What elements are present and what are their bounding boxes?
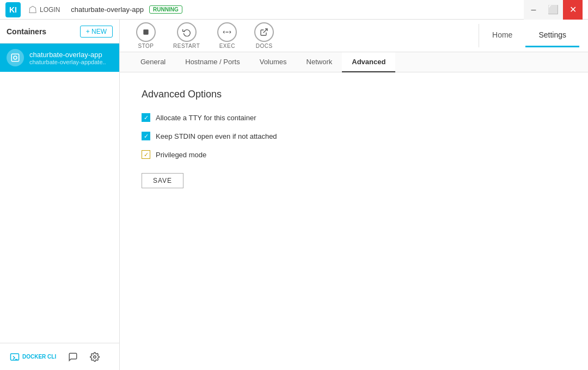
exec-icon xyxy=(217,22,237,42)
titlebar: KI ☖ LOGIN chaturbate-overlay-app RUNNIN… xyxy=(0,0,588,20)
chat-icon xyxy=(68,352,78,362)
window-controls: – ⬜ ✕ xyxy=(524,0,583,20)
container-sub: chaturbate-overlay-appdate.. xyxy=(29,59,106,65)
container-icon xyxy=(7,49,24,66)
new-container-button[interactable]: + NEW xyxy=(80,26,113,38)
close-button[interactable]: ✕ xyxy=(563,0,583,20)
gear-icon xyxy=(90,352,100,362)
toolbar: STOP RESTART xyxy=(120,20,588,52)
svg-rect-0 xyxy=(11,54,19,61)
container-text: chaturbate-overlay-app chaturbate-overla… xyxy=(29,51,106,65)
main-layout: Containers + NEW chaturbate-overlay-app … xyxy=(0,20,588,370)
tty-label: Allocate a TTY for this container xyxy=(156,114,256,122)
option-privileged: Privileged mode xyxy=(142,150,566,159)
content-area: STOP RESTART xyxy=(120,20,588,370)
sidebar-title: Containers xyxy=(7,27,46,36)
privileged-checkbox[interactable] xyxy=(142,150,150,159)
sidebar: Containers + NEW chaturbate-overlay-app … xyxy=(0,20,120,370)
tab-volumes[interactable]: Volumes xyxy=(250,52,297,72)
restart-label: RESTART xyxy=(173,43,200,49)
tab-settings[interactable]: Settings xyxy=(525,24,579,47)
stop-label: STOP xyxy=(138,43,154,49)
exec-button[interactable]: EXEC xyxy=(210,20,244,51)
app-logo: KI xyxy=(5,2,21,17)
svg-line-7 xyxy=(264,29,267,33)
option-stdin: Keep STDIN open even if not attached xyxy=(142,132,566,140)
docker-cli-label: DOCKER CLI xyxy=(22,354,56,360)
privileged-label: Privileged mode xyxy=(156,151,206,159)
svg-point-1 xyxy=(14,56,17,59)
settings-tabs: Home Settings xyxy=(479,24,579,47)
svg-point-4 xyxy=(94,355,96,358)
svg-rect-5 xyxy=(143,29,148,34)
restart-button[interactable]: RESTART xyxy=(166,20,207,51)
login-label: LOGIN xyxy=(40,6,60,14)
sidebar-footer: DOCKER CLI xyxy=(0,343,119,370)
panel-title: Advanced Options xyxy=(142,89,566,100)
advanced-panel: Advanced Options Allocate a TTY for this… xyxy=(120,72,588,370)
app-name: chaturbate-overlay-app xyxy=(71,5,144,14)
maximize-button[interactable]: ⬜ xyxy=(543,0,563,20)
inner-tabs: General Hostname / Ports Volumes Network… xyxy=(120,52,588,72)
sidebar-header: Containers + NEW xyxy=(0,20,119,44)
settings-footer-button[interactable] xyxy=(87,350,103,364)
restart-icon xyxy=(177,22,197,42)
docs-label: DOCS xyxy=(256,43,273,49)
stop-button[interactable]: STOP xyxy=(128,20,163,51)
docker-cli-icon xyxy=(10,352,20,362)
stop-icon xyxy=(136,22,156,42)
option-tty: Allocate a TTY for this container xyxy=(142,113,566,122)
stdin-checkbox[interactable] xyxy=(142,132,150,140)
tty-checkbox[interactable] xyxy=(142,113,150,122)
sidebar-item-container[interactable]: chaturbate-overlay-app chaturbate-overla… xyxy=(0,44,119,72)
exec-label: EXEC xyxy=(219,43,235,49)
tab-advanced[interactable]: Advanced xyxy=(342,52,395,72)
tab-general[interactable]: General xyxy=(131,52,175,72)
docs-button[interactable]: DOCS xyxy=(247,20,281,51)
docs-icon xyxy=(254,22,274,42)
minimize-button[interactable]: – xyxy=(524,0,543,20)
tab-network[interactable]: Network xyxy=(297,52,342,72)
tab-home[interactable]: Home xyxy=(479,24,525,47)
stdin-label: Keep STDIN open even if not attached xyxy=(156,132,277,140)
save-button[interactable]: SAVE xyxy=(142,173,183,188)
login-section[interactable]: ☖ LOGIN xyxy=(28,4,60,16)
chat-button[interactable] xyxy=(65,350,81,364)
user-icon: ☖ xyxy=(28,4,37,16)
docker-cli-button[interactable]: DOCKER CLI xyxy=(7,350,59,364)
running-badge: RUNNING xyxy=(149,5,182,14)
container-name: chaturbate-overlay-app xyxy=(29,51,106,59)
tab-hostname-ports[interactable]: Hostname / Ports xyxy=(175,52,249,72)
